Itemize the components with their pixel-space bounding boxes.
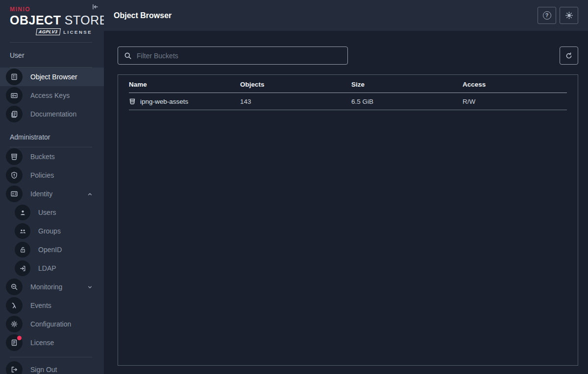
license-label: LICENSE [63, 29, 92, 35]
buckets-table: Name Objects Size Access ipng-web-assets… [129, 75, 567, 110]
access-keys-icon [6, 87, 23, 104]
sidebar-item-label: LDAP [38, 264, 56, 272]
identity-icon [6, 186, 23, 202]
sidebar-item-monitoring[interactable]: Monitoring [0, 278, 104, 296]
sidebar-item-label: Configuration [30, 320, 71, 328]
filter-buckets-box [118, 47, 348, 65]
sidebar-item-buckets[interactable]: Buckets [0, 147, 104, 166]
object-browser-icon [6, 69, 23, 85]
sidebar-item-ldap[interactable]: LDAP [0, 259, 104, 278]
bucket-name: ipng-web-assets [140, 98, 188, 105]
sidebar-item-policies[interactable]: Policies [0, 166, 104, 185]
page-title: Object Browser [114, 11, 172, 20]
bucket-access: R/W [463, 98, 567, 105]
help-button[interactable]: ? [538, 7, 556, 24]
sidebar-item-object-browser[interactable]: Object Browser [0, 68, 104, 86]
product-title: OBJECT STORE [10, 13, 94, 27]
column-header-size: Size [351, 81, 463, 88]
sidebar-item-label: Sign Out [30, 366, 57, 374]
sidebar-item-events[interactable]: Events [0, 296, 104, 315]
toolbar [118, 47, 578, 65]
bucket-size: 6.5 GiB [351, 98, 463, 105]
sidebar-item-openid[interactable]: OpenID [0, 240, 104, 259]
header-actions: ? [538, 7, 578, 24]
events-icon [6, 297, 23, 314]
refresh-icon [565, 52, 573, 60]
sidebar-item-label: Identity [30, 190, 52, 198]
buckets-panel: Name Objects Size Access ipng-web-assets… [118, 74, 578, 366]
theme-sun-icon [565, 11, 573, 20]
chevron-up-icon[interactable] [87, 191, 93, 197]
users-icon [15, 205, 30, 220]
page-header: Object Browser ? [104, 0, 588, 31]
bucket-name-cell: ipng-web-assets [129, 98, 240, 105]
section-label-administrator: Administrator [0, 133, 104, 141]
configuration-icon [6, 316, 23, 332]
sidebar-item-label: Groups [38, 227, 61, 235]
table-header-row: Name Objects Size Access [129, 75, 567, 93]
sidebar-item-label: License [30, 339, 54, 347]
monitoring-icon [6, 279, 23, 295]
app-logo: MINIO OBJECT STORE AGPLV3 LICENSE [0, 0, 104, 42]
groups-icon [15, 223, 30, 239]
license-icon [6, 334, 23, 351]
sidebar-item-configuration[interactable]: Configuration [0, 315, 104, 333]
bucket-objects: 143 [240, 98, 351, 105]
policies-icon [6, 167, 23, 184]
openid-icon [15, 242, 30, 257]
documentation-icon [6, 106, 23, 122]
sidebar-item-label: Documentation [30, 110, 76, 118]
column-header-objects: Objects [240, 81, 351, 88]
theme-toggle-button[interactable] [560, 7, 578, 24]
filter-buckets-input[interactable] [137, 52, 342, 60]
buckets-icon [6, 148, 23, 165]
sidebar-item-label: Events [30, 302, 51, 309]
sidebar-item-label: OpenID [38, 246, 62, 254]
sidebar-item-label: Object Browser [30, 73, 77, 81]
bucket-icon [129, 98, 136, 105]
refresh-button[interactable] [560, 47, 578, 65]
minio-brand-text: MINIO [10, 6, 94, 13]
collapse-sidebar-icon[interactable] [91, 3, 99, 11]
divider [10, 357, 92, 357]
sidebar-item-sign-out[interactable]: Sign Out [0, 360, 104, 374]
ldap-icon [15, 260, 30, 276]
sidebar-item-access-keys[interactable]: Access Keys [0, 86, 104, 105]
sidebar-item-label: Monitoring [30, 283, 62, 291]
sidebar-item-documentation[interactable]: Documentation [0, 105, 104, 123]
help-icon: ? [543, 11, 551, 20]
chevron-down-icon[interactable] [87, 284, 93, 290]
sidebar-item-groups[interactable]: Groups [0, 222, 104, 240]
sidebar-item-identity[interactable]: Identity [0, 185, 104, 203]
sidebar: MINIO OBJECT STORE AGPLV3 LICENSE User O… [0, 0, 104, 374]
sidebar-item-label: Access Keys [30, 92, 70, 99]
agpl-badge: AGPLV3 [36, 28, 60, 35]
column-header-name: Name [129, 81, 240, 88]
table-row[interactable]: ipng-web-assets 143 6.5 GiB R/W [129, 93, 567, 110]
sign-out-icon [6, 361, 23, 374]
column-header-access: Access [463, 81, 567, 88]
sidebar-item-label: Users [38, 209, 56, 216]
license-badge-row: AGPLV3 LICENSE [10, 28, 94, 35]
divider [10, 42, 92, 43]
main-area: Object Browser ? [104, 0, 588, 374]
section-label-user: User [0, 51, 104, 59]
search-icon [124, 52, 132, 60]
sidebar-item-license[interactable]: License [0, 333, 104, 352]
content-area: Name Objects Size Access ipng-web-assets… [104, 31, 588, 374]
sidebar-item-label: Policies [30, 171, 54, 179]
license-notification-dot [17, 336, 22, 340]
sidebar-item-label: Buckets [30, 153, 55, 161]
sidebar-item-users[interactable]: Users [0, 203, 104, 222]
